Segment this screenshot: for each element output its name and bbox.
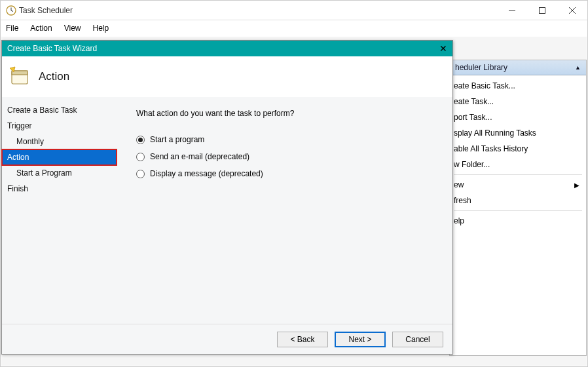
step-trigger[interactable]: Trigger <box>2 118 117 134</box>
actions-separator <box>454 174 582 175</box>
wizard-title-bar: Create Basic Task Wizard ✕ <box>2 41 452 56</box>
actions-list: eate Basic Task... eate Task... port Tas… <box>450 75 586 231</box>
radio-label: Display a message (deprecated) <box>150 169 263 178</box>
wizard-title: Create Basic Task Wizard <box>7 44 97 53</box>
action-help[interactable]: elp <box>450 213 586 229</box>
radio-display-message[interactable]: Display a message (deprecated) <box>136 169 441 178</box>
wizard-prompt: What action do you want the task to perf… <box>136 109 441 118</box>
action-new-folder[interactable]: w Folder... <box>450 157 586 172</box>
action-create-task[interactable]: eate Task... <box>450 94 586 109</box>
action-refresh[interactable]: fresh <box>450 193 586 208</box>
actions-separator <box>454 210 582 211</box>
action-enable-history[interactable]: able All Tasks History <box>450 141 586 157</box>
menu-bar: File Action View Help <box>1 20 587 36</box>
step-start-program[interactable]: Start a Program <box>2 165 117 181</box>
wizard-content: What action do you want the task to perf… <box>117 97 452 324</box>
action-display-running[interactable]: splay All Running Tasks <box>450 125 586 141</box>
menu-file[interactable]: File <box>6 24 18 33</box>
radio-icon <box>136 170 145 178</box>
step-finish[interactable]: Finish <box>2 181 117 197</box>
action-import-task[interactable]: port Task... <box>450 109 586 125</box>
step-create-basic[interactable]: Create a Basic Task <box>2 102 117 118</box>
menu-action[interactable]: Action <box>30 24 52 33</box>
wizard-close-button[interactable]: ✕ <box>439 43 447 54</box>
actions-pane: heduler Library ▲ eate Basic Task... eat… <box>449 60 587 356</box>
cancel-button[interactable]: Cancel <box>392 332 443 347</box>
create-basic-task-wizard: Create Basic Task Wizard ✕ Action Create… <box>1 40 453 355</box>
actions-header-label: heduler Library <box>455 63 507 72</box>
action-view[interactable]: ew▶ <box>450 177 586 193</box>
window-controls <box>497 1 587 20</box>
wizard-body: Create a Basic Task Trigger Monthly Acti… <box>2 97 452 324</box>
step-monthly[interactable]: Monthly <box>2 134 117 149</box>
wizard-steps-list: Create a Basic Task Trigger Monthly Acti… <box>2 97 117 324</box>
next-button[interactable]: Next > <box>335 332 386 347</box>
wizard-header: Action <box>2 56 452 97</box>
radio-icon <box>136 153 145 161</box>
svg-rect-4 <box>540 7 545 13</box>
step-action[interactable]: Action <box>2 149 117 165</box>
title-bar: Task Scheduler <box>1 1 587 20</box>
submenu-arrow-icon: ▶ <box>574 182 579 189</box>
back-button[interactable]: < Back <box>277 332 328 347</box>
close-button[interactable] <box>557 1 587 20</box>
radio-icon <box>136 136 145 144</box>
minimize-button[interactable] <box>497 1 527 20</box>
radio-label: Start a program <box>150 135 204 144</box>
radio-start-program[interactable]: Start a program <box>136 135 441 144</box>
menu-view[interactable]: View <box>64 24 81 33</box>
radio-send-email[interactable]: Send an e-mail (deprecated) <box>136 152 441 161</box>
collapse-icon: ▲ <box>575 64 581 71</box>
wizard-footer: < Back Next > Cancel <box>2 324 452 354</box>
wizard-heading: Action <box>39 70 69 83</box>
menu-help[interactable]: Help <box>93 24 109 33</box>
actions-pane-header[interactable]: heduler Library ▲ <box>450 60 586 75</box>
task-scheduler-icon <box>6 5 16 16</box>
main-window: Task Scheduler File Action View Help hed… <box>0 0 588 367</box>
radio-label: Send an e-mail (deprecated) <box>150 152 249 161</box>
action-create-basic-task[interactable]: eate Basic Task... <box>450 78 586 94</box>
window-title: Task Scheduler <box>16 6 497 15</box>
maximize-button[interactable] <box>527 1 557 20</box>
wizard-calendar-icon <box>9 66 31 88</box>
